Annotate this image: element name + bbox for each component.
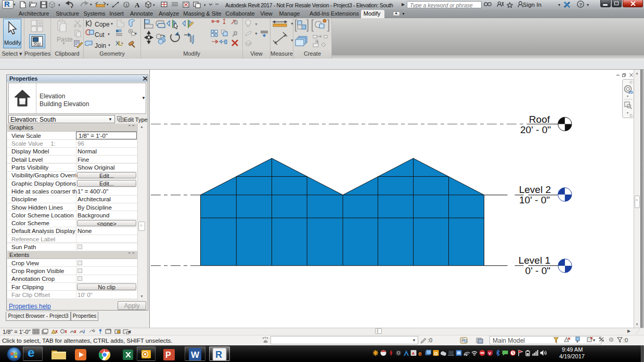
svg-text:Level 1: Level 1 <box>519 255 550 266</box>
svg-text:V: V <box>488 351 492 356</box>
svg-text:▾: ▾ <box>107 3 109 6</box>
svg-text:▼: ▼ <box>254 32 258 35</box>
svg-text:P: P <box>165 351 171 359</box>
svg-text:▼: ▼ <box>290 38 293 42</box>
svg-text::0: :0 <box>428 337 432 343</box>
svg-text:W: W <box>191 350 200 360</box>
svg-text:Roof: Roof <box>529 114 550 125</box>
svg-text:▾: ▾ <box>153 3 155 7</box>
svg-text:O: O <box>434 351 438 356</box>
svg-text:▾: ▾ <box>90 3 92 6</box>
svg-text:▼: ▼ <box>290 22 293 25</box>
svg-text:▾: ▾ <box>587 3 589 7</box>
svg-text:▾: ▾ <box>204 3 206 7</box>
svg-text:0' - 0": 0' - 0" <box>525 265 550 276</box>
svg-text:▾: ▾ <box>58 3 60 7</box>
svg-text:2D: 2D <box>628 90 633 94</box>
svg-text:?: ? <box>579 2 583 7</box>
svg-text:Level 2: Level 2 <box>519 184 551 195</box>
svg-text:▾: ▾ <box>71 5 73 9</box>
svg-text:▼: ▼ <box>254 22 258 26</box>
svg-text:A: A <box>135 1 140 9</box>
svg-text:A: A <box>412 351 415 356</box>
svg-text:▾: ▾ <box>627 111 628 114</box>
svg-text:R: R <box>215 350 222 360</box>
svg-text::0: :0 <box>623 337 628 343</box>
svg-text:e: e <box>418 350 422 357</box>
svg-text:10' - 0": 10' - 0" <box>519 195 550 205</box>
svg-text:▾: ▾ <box>627 95 628 98</box>
svg-text:20' - 0": 20' - 0" <box>520 124 551 135</box>
svg-text:▾: ▾ <box>558 3 560 7</box>
svg-text:1: 1 <box>125 3 128 7</box>
